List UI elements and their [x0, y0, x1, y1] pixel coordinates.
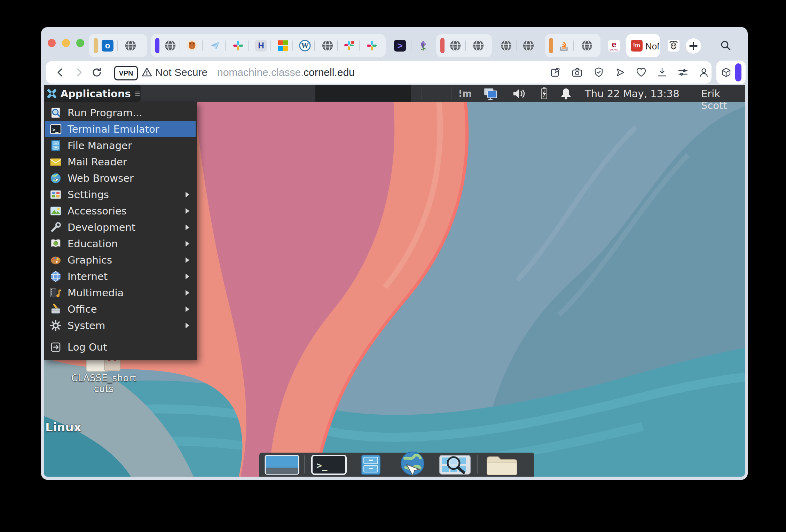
profile-icon[interactable]	[698, 67, 709, 78]
terminal-icon: >_	[49, 123, 62, 135]
taskbar-clock[interactable]: Thu 22 May, 13:38	[585, 88, 679, 100]
search-tabs-icon[interactable]	[720, 40, 732, 52]
active-space-indicator[interactable]	[735, 63, 741, 81]
classe-shortcuts-label[interactable]: CLASSE_short cuts	[62, 373, 146, 394]
gnu-tab-icon[interactable]	[668, 40, 679, 52]
menu-item-education[interactable]: Education	[45, 235, 196, 252]
browser-window: o H W >	[41, 27, 748, 480]
red-group-bar[interactable]	[440, 38, 445, 53]
globe-tab-icon[interactable]	[164, 40, 176, 52]
forward-icon[interactable]	[73, 67, 84, 78]
show-desktop-dock-icon[interactable]	[265, 455, 299, 476]
tab-separator	[180, 40, 180, 51]
wordpress-tab-icon[interactable]: W	[299, 40, 311, 52]
cube-icon[interactable]	[721, 67, 732, 78]
shield-check-icon[interactable]	[593, 67, 604, 78]
new-tab-button[interactable]	[686, 38, 701, 54]
menu-item-label: System	[68, 320, 105, 331]
tab-separator	[573, 40, 574, 51]
zoom-window-button[interactable]	[76, 39, 84, 47]
compose-pin-icon[interactable]	[550, 67, 561, 78]
tab-separator	[117, 40, 118, 51]
menu-item-accessories[interactable]: Accessories	[45, 203, 196, 219]
address-bar[interactable]: VPN Not Secure nomachine.classe. cornell…	[46, 61, 712, 84]
vpn-badge[interactable]: VPN	[114, 66, 138, 80]
xfce-taskbar: Applications !m Thu 22 May, 13:38 Erik S…	[44, 85, 745, 102]
url-host-muted[interactable]: nomachine.classe.	[217, 66, 304, 78]
lavender-tab-icon[interactable]	[417, 40, 429, 52]
orange-group-bar[interactable]	[549, 38, 553, 53]
send-icon[interactable]	[615, 67, 626, 78]
settings-sliders-icon[interactable]	[677, 67, 689, 78]
submenu-arrow-icon	[184, 191, 191, 198]
minimize-window-button[interactable]	[62, 39, 70, 47]
globe-tab-icon[interactable]	[581, 40, 593, 52]
menu-item-label: Accessories	[68, 205, 127, 217]
globe-tab-icon[interactable]	[125, 40, 136, 52]
purple-group-bar[interactable]	[155, 38, 159, 53]
remote-desktop-viewport[interactable]: CLASSE_short cuts Linux Applications !m	[44, 85, 745, 477]
close-window-button[interactable]	[48, 39, 56, 47]
menu-item-file-manager[interactable]: File Manager	[45, 137, 196, 154]
web-browser-dock-icon[interactable]	[393, 451, 432, 477]
battery-tray-icon[interactable]	[537, 87, 551, 100]
menu-item-graphics[interactable]: Graphics	[45, 252, 196, 268]
terminal-prompt-tab-icon[interactable]: >	[394, 40, 406, 52]
firefox-tab-icon[interactable]	[186, 40, 198, 52]
submenu-arrow-icon	[184, 289, 191, 296]
applications-menu-button[interactable]: Applications	[44, 85, 141, 102]
menu-item-label: Web Browser	[68, 172, 134, 184]
stack-overflow-tab-icon[interactable]	[558, 40, 570, 52]
slack-tab-icon[interactable]	[232, 40, 244, 52]
taskbar-user[interactable]: Erik Scott	[701, 88, 745, 111]
download-icon[interactable]	[657, 67, 668, 78]
camera-icon[interactable]	[572, 67, 583, 78]
svg-text:>_: >_	[316, 460, 328, 471]
menu-item-development[interactable]: Development	[45, 219, 196, 235]
taskbar-separator	[451, 87, 451, 100]
app-finder-dock-icon[interactable]	[439, 455, 471, 476]
microsoft-tab-icon[interactable]	[277, 40, 289, 52]
reload-icon[interactable]	[91, 67, 102, 78]
menu-item-web-browser[interactable]: Web Browser	[45, 170, 196, 186]
globe-tab-icon[interactable]	[472, 40, 484, 52]
dock-separator	[477, 455, 478, 474]
volume-tray-icon[interactable]	[512, 87, 526, 100]
active-tab-label: NoM	[645, 41, 659, 52]
back-icon[interactable]	[55, 67, 66, 78]
nomachine-tray-icon[interactable]: !m	[458, 87, 472, 100]
erlang-tab-icon[interactable]: eERLANG	[608, 40, 620, 52]
menu-item-office[interactable]: Office	[45, 301, 196, 317]
globe-tab-icon[interactable]	[500, 40, 512, 52]
hackerrank-tab-icon[interactable]: H	[255, 40, 267, 52]
menu-item-terminal-emulator[interactable]: >_ Terminal Emulator	[45, 121, 196, 137]
menu-item-system[interactable]: System	[45, 317, 196, 334]
display-tray-icon[interactable]	[484, 87, 497, 100]
globe-tab-icon[interactable]	[322, 40, 333, 52]
linux-desktop-label[interactable]: Linux	[45, 420, 81, 434]
globe-tab-icon[interactable]	[449, 40, 461, 52]
yellow-group-bar[interactable]	[94, 38, 98, 53]
menu-item-settings[interactable]: Settings	[45, 186, 196, 203]
submenu-arrow-icon	[184, 208, 191, 214]
menu-item-internet[interactable]: Internet	[45, 268, 196, 284]
file-manager-dock-icon[interactable]	[358, 455, 384, 476]
menu-item-run-program[interactable]: Run Program...	[45, 104, 196, 121]
globe-tab-icon[interactable]	[522, 40, 534, 52]
slack-tab-icon[interactable]	[366, 40, 378, 52]
notifications-tray-icon[interactable]	[559, 87, 573, 100]
dock-panel: >_	[259, 453, 534, 477]
paper-plane-tab-icon[interactable]	[209, 40, 221, 52]
heart-icon[interactable]	[636, 67, 647, 78]
file-folder-dock-icon[interactable]	[485, 455, 518, 476]
url-host-strong[interactable]: cornell.edu	[304, 66, 355, 78]
menu-item-mail-reader[interactable]: Mail Reader	[45, 154, 196, 170]
nomachine-tab-icon[interactable]: !m	[631, 40, 643, 52]
slack-unread-tab-icon[interactable]	[344, 40, 355, 52]
tab-separator	[465, 40, 466, 51]
terminal-dock-icon[interactable]: >_	[311, 455, 347, 476]
menu-item-log-out[interactable]: Log Out	[45, 339, 196, 355]
screen: o H W >	[0, 0, 786, 532]
menu-item-multimedia[interactable]: Multimedia	[45, 284, 196, 301]
outlook-tab-icon[interactable]: o	[102, 40, 113, 52]
